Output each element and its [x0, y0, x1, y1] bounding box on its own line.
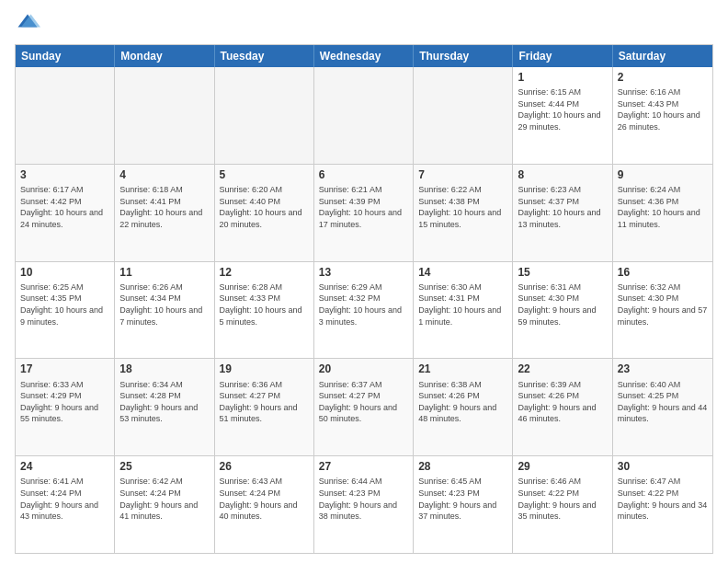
day-cell-23: 23Sunrise: 6:40 AMSunset: 4:25 PMDayligh…: [613, 359, 712, 455]
day-number: 16: [618, 265, 708, 280]
calendar-week-3: 10Sunrise: 6:25 AMSunset: 4:35 PMDayligh…: [16, 261, 712, 359]
day-info: Sunrise: 6:43 AMSunset: 4:24 PMDaylight:…: [220, 476, 309, 522]
day-number: 18: [119, 362, 209, 376]
day-cell-12: 12Sunrise: 6:28 AMSunset: 4:33 PMDayligh…: [215, 262, 314, 359]
day-info: Sunrise: 6:32 AMSunset: 4:30 PMDaylight:…: [618, 282, 708, 327]
day-info: Sunrise: 6:42 AMSunset: 4:24 PMDaylight:…: [119, 476, 209, 522]
day-number: 22: [518, 362, 607, 376]
day-number: 7: [418, 167, 507, 182]
day-number: 15: [518, 265, 607, 280]
day-cell-9: 9Sunrise: 6:24 AMSunset: 4:36 PMDaylight…: [613, 165, 712, 261]
day-cell-30: 30Sunrise: 6:47 AMSunset: 4:22 PMDayligh…: [613, 456, 712, 553]
header: [15, 11, 713, 37]
day-number: 17: [20, 362, 109, 376]
day-number: 1: [518, 70, 607, 85]
day-header-tuesday: Tuesday: [215, 45, 314, 67]
day-header-thursday: Thursday: [414, 45, 513, 67]
day-header-friday: Friday: [513, 45, 612, 67]
day-number: 8: [518, 167, 607, 182]
day-number: 29: [518, 459, 607, 474]
day-info: Sunrise: 6:23 AMSunset: 4:37 PMDaylight:…: [518, 184, 607, 230]
day-number: 27: [319, 459, 408, 474]
day-cell-18: 18Sunrise: 6:34 AMSunset: 4:28 PMDayligh…: [115, 359, 214, 455]
day-info: Sunrise: 6:34 AMSunset: 4:28 PMDaylight:…: [119, 379, 209, 425]
day-info: Sunrise: 6:44 AMSunset: 4:23 PMDaylight:…: [319, 476, 408, 522]
day-cell-22: 22Sunrise: 6:39 AMSunset: 4:26 PMDayligh…: [513, 359, 612, 455]
day-number: 4: [119, 167, 209, 182]
empty-cell: [115, 67, 214, 164]
day-number: 6: [319, 167, 408, 182]
day-cell-25: 25Sunrise: 6:42 AMSunset: 4:24 PMDayligh…: [115, 456, 214, 553]
day-cell-10: 10Sunrise: 6:25 AMSunset: 4:35 PMDayligh…: [16, 262, 115, 359]
day-cell-11: 11Sunrise: 6:26 AMSunset: 4:34 PMDayligh…: [115, 262, 214, 359]
day-cell-19: 19Sunrise: 6:36 AMSunset: 4:27 PMDayligh…: [215, 359, 314, 455]
day-cell-8: 8Sunrise: 6:23 AMSunset: 4:37 PMDaylight…: [513, 165, 612, 261]
day-number: 9: [618, 167, 708, 182]
day-info: Sunrise: 6:31 AMSunset: 4:30 PMDaylight:…: [518, 282, 607, 327]
day-cell-13: 13Sunrise: 6:29 AMSunset: 4:32 PMDayligh…: [314, 262, 414, 359]
day-cell-6: 6Sunrise: 6:21 AMSunset: 4:39 PMDaylight…: [314, 165, 414, 261]
day-info: Sunrise: 6:46 AMSunset: 4:22 PMDaylight:…: [518, 476, 607, 522]
day-info: Sunrise: 6:45 AMSunset: 4:23 PMDaylight:…: [418, 476, 507, 522]
day-info: Sunrise: 6:21 AMSunset: 4:39 PMDaylight:…: [319, 184, 408, 230]
day-info: Sunrise: 6:26 AMSunset: 4:34 PMDaylight:…: [119, 282, 209, 327]
day-info: Sunrise: 6:29 AMSunset: 4:32 PMDaylight:…: [319, 282, 408, 327]
day-number: 23: [618, 362, 708, 376]
page: SundayMondayTuesdayWednesdayThursdayFrid…: [0, 0, 728, 563]
day-number: 26: [220, 459, 309, 474]
day-header-monday: Monday: [115, 45, 214, 67]
day-info: Sunrise: 6:41 AMSunset: 4:24 PMDaylight:…: [20, 476, 109, 522]
calendar-week-4: 17Sunrise: 6:33 AMSunset: 4:29 PMDayligh…: [16, 358, 712, 455]
day-cell-28: 28Sunrise: 6:45 AMSunset: 4:23 PMDayligh…: [414, 456, 513, 553]
day-info: Sunrise: 6:28 AMSunset: 4:33 PMDaylight:…: [220, 282, 309, 327]
day-cell-15: 15Sunrise: 6:31 AMSunset: 4:30 PMDayligh…: [513, 262, 612, 359]
day-number: 25: [119, 459, 209, 474]
empty-cell: [314, 67, 414, 164]
day-info: Sunrise: 6:40 AMSunset: 4:25 PMDaylight:…: [618, 379, 708, 425]
day-info: Sunrise: 6:17 AMSunset: 4:42 PMDaylight:…: [20, 184, 109, 230]
calendar: SundayMondayTuesdayWednesdayThursdayFrid…: [15, 44, 713, 554]
day-info: Sunrise: 6:33 AMSunset: 4:29 PMDaylight:…: [20, 379, 109, 425]
day-cell-2: 2Sunrise: 6:16 AMSunset: 4:43 PMDaylight…: [613, 67, 712, 164]
day-number: 30: [618, 459, 708, 474]
logo: [15, 11, 44, 37]
day-number: 3: [20, 167, 109, 182]
empty-cell: [215, 67, 314, 164]
day-info: Sunrise: 6:37 AMSunset: 4:27 PMDaylight:…: [319, 379, 408, 425]
day-info: Sunrise: 6:18 AMSunset: 4:41 PMDaylight:…: [119, 184, 209, 230]
calendar-week-2: 3Sunrise: 6:17 AMSunset: 4:42 PMDaylight…: [16, 164, 712, 261]
day-number: 5: [220, 167, 309, 182]
day-number: 13: [319, 265, 408, 280]
day-cell-7: 7Sunrise: 6:22 AMSunset: 4:38 PMDaylight…: [414, 165, 513, 261]
day-cell-24: 24Sunrise: 6:41 AMSunset: 4:24 PMDayligh…: [16, 456, 115, 553]
day-cell-21: 21Sunrise: 6:38 AMSunset: 4:26 PMDayligh…: [414, 359, 513, 455]
day-info: Sunrise: 6:20 AMSunset: 4:40 PMDaylight:…: [220, 184, 309, 230]
empty-cell: [16, 67, 115, 164]
day-info: Sunrise: 6:25 AMSunset: 4:35 PMDaylight:…: [20, 282, 109, 327]
day-cell-16: 16Sunrise: 6:32 AMSunset: 4:30 PMDayligh…: [613, 262, 712, 359]
calendar-body: 1Sunrise: 6:15 AMSunset: 4:44 PMDaylight…: [16, 67, 712, 553]
day-cell-26: 26Sunrise: 6:43 AMSunset: 4:24 PMDayligh…: [215, 456, 314, 553]
day-number: 21: [418, 362, 507, 376]
day-info: Sunrise: 6:24 AMSunset: 4:36 PMDaylight:…: [618, 184, 708, 230]
day-cell-14: 14Sunrise: 6:30 AMSunset: 4:31 PMDayligh…: [414, 262, 513, 359]
day-cell-17: 17Sunrise: 6:33 AMSunset: 4:29 PMDayligh…: [16, 359, 115, 455]
day-info: Sunrise: 6:16 AMSunset: 4:43 PMDaylight:…: [618, 86, 708, 132]
day-info: Sunrise: 6:38 AMSunset: 4:26 PMDaylight:…: [418, 379, 507, 425]
day-cell-1: 1Sunrise: 6:15 AMSunset: 4:44 PMDaylight…: [513, 67, 612, 164]
day-number: 10: [20, 265, 109, 280]
day-cell-27: 27Sunrise: 6:44 AMSunset: 4:23 PMDayligh…: [314, 456, 414, 553]
day-cell-3: 3Sunrise: 6:17 AMSunset: 4:42 PMDaylight…: [16, 165, 115, 261]
day-number: 20: [319, 362, 408, 376]
day-info: Sunrise: 6:22 AMSunset: 4:38 PMDaylight:…: [418, 184, 507, 230]
calendar-header: SundayMondayTuesdayWednesdayThursdayFrid…: [16, 45, 712, 67]
empty-cell: [414, 67, 513, 164]
day-number: 19: [220, 362, 309, 376]
day-cell-29: 29Sunrise: 6:46 AMSunset: 4:22 PMDayligh…: [513, 456, 612, 553]
day-cell-20: 20Sunrise: 6:37 AMSunset: 4:27 PMDayligh…: [314, 359, 414, 455]
day-number: 12: [220, 265, 309, 280]
day-info: Sunrise: 6:39 AMSunset: 4:26 PMDaylight:…: [518, 379, 607, 425]
day-header-sunday: Sunday: [16, 45, 115, 67]
day-number: 2: [618, 70, 708, 85]
day-info: Sunrise: 6:36 AMSunset: 4:27 PMDaylight:…: [220, 379, 309, 425]
